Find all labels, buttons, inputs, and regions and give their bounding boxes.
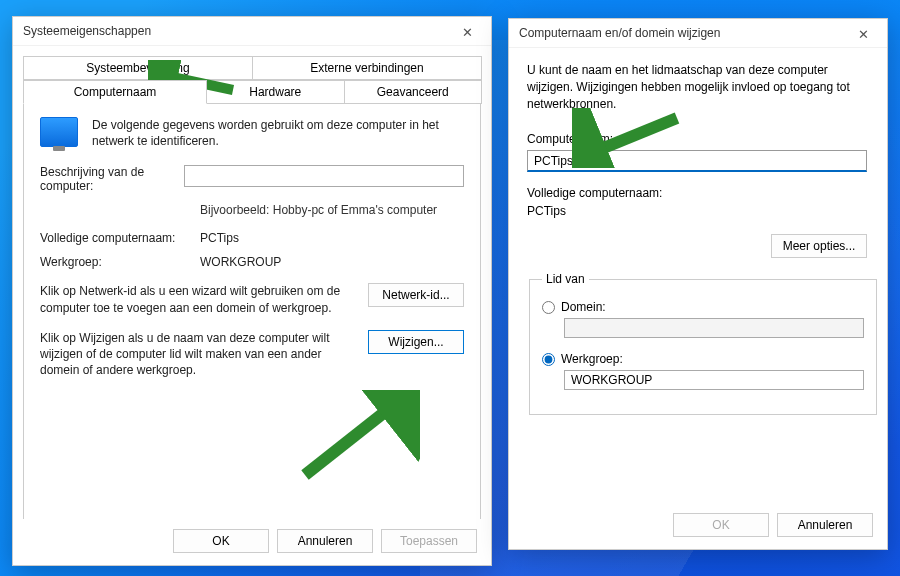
more-options-button[interactable]: Meer opties... — [771, 234, 867, 258]
apply-button[interactable]: Toepassen — [381, 529, 477, 553]
system-properties-dialog: Systeemeigenschappen ✕ Systeembeveiligin… — [12, 16, 492, 566]
dialog-footer: OK Annuleren — [509, 503, 887, 549]
network-id-explain: Klik op Netwerk-id als u een wizard wilt… — [40, 283, 368, 315]
description-input[interactable] — [184, 165, 464, 187]
close-icon: ✕ — [858, 27, 869, 42]
computer-icon — [40, 117, 78, 147]
domain-label[interactable]: Domein: — [561, 300, 606, 314]
description-example: Bijvoorbeeld: Hobby-pc of Emma's compute… — [200, 203, 464, 217]
tab-computer-name[interactable]: Computernaam — [23, 80, 207, 104]
dialog-title: Computernaam en/of domein wijzigen — [519, 26, 720, 40]
change-button[interactable]: Wijzigen... — [368, 330, 464, 354]
member-of-legend: Lid van — [542, 272, 589, 286]
member-of-group: Lid van Domein: Werkgroep: — [529, 272, 877, 415]
workgroup-label[interactable]: Werkgroep: — [561, 352, 623, 366]
close-button[interactable]: ✕ — [447, 19, 487, 41]
tab-system-protection[interactable]: Systeembeveiliging — [23, 56, 253, 80]
ok-button[interactable]: OK — [173, 529, 269, 553]
info-text: U kunt de naam en het lidmaatschap van d… — [527, 62, 869, 112]
dialog-titlebar[interactable]: Computernaam en/of domein wijzigen ✕ — [509, 19, 887, 48]
full-computer-name-label: Volledige computernaam: — [527, 186, 869, 200]
full-computer-name-label: Volledige computernaam: — [40, 231, 200, 245]
workgroup-label: Werkgroep: — [40, 255, 200, 269]
domain-input — [564, 318, 864, 338]
network-id-button[interactable]: Netwerk-id... — [368, 283, 464, 307]
intro-text: De volgende gegevens worden gebruikt om … — [92, 117, 464, 149]
domain-radio[interactable] — [542, 301, 555, 314]
workgroup-radio[interactable] — [542, 353, 555, 366]
full-computer-name-value: PCTips — [527, 204, 869, 218]
change-explain: Klik op Wijzigen als u de naam van deze … — [40, 330, 368, 379]
workgroup-input[interactable] — [564, 370, 864, 390]
computer-name-input[interactable] — [527, 150, 867, 172]
cancel-button[interactable]: Annuleren — [277, 529, 373, 553]
workgroup-value: WORKGROUP — [200, 255, 464, 269]
description-label: Beschrijving van de computer: — [40, 165, 184, 193]
rename-computer-dialog: Computernaam en/of domein wijzigen ✕ U k… — [508, 18, 888, 550]
dialog-footer: OK Annuleren Toepassen — [13, 519, 491, 565]
full-computer-name-value: PCTips — [200, 231, 464, 245]
tab-row-top: Systeembeveiliging Externe verbindingen — [23, 56, 481, 80]
dialog-title: Systeemeigenschappen — [23, 24, 151, 38]
tab-strip: Systeembeveiliging Externe verbindingen … — [23, 56, 481, 104]
tab-advanced[interactable]: Geavanceerd — [344, 80, 483, 104]
ok-button[interactable]: OK — [673, 513, 769, 537]
tab-row-bottom: Computernaam Hardware Geavanceerd — [23, 80, 481, 104]
close-button[interactable]: ✕ — [843, 21, 883, 43]
close-icon: ✕ — [462, 25, 473, 40]
computer-name-label: Computernaam: — [527, 132, 869, 146]
tab-hardware[interactable]: Hardware — [206, 80, 345, 104]
tab-panel-computer-name: De volgende gegevens worden gebruikt om … — [23, 103, 481, 521]
dialog-titlebar[interactable]: Systeemeigenschappen ✕ — [13, 17, 491, 46]
tab-remote[interactable]: Externe verbindingen — [252, 56, 482, 80]
cancel-button[interactable]: Annuleren — [777, 513, 873, 537]
